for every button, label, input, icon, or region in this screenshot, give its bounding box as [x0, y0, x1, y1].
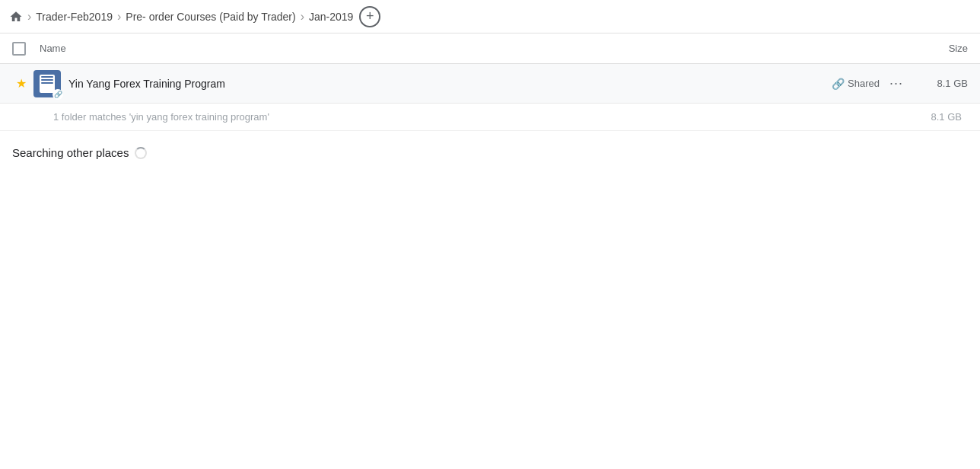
match-info-row: 1 folder matches 'yin yang forex trainin… [0, 104, 980, 131]
select-all-checkbox[interactable] [12, 42, 26, 56]
link-badge-icon: 🔗 [52, 89, 63, 100]
table-header: Name Size [0, 34, 980, 64]
header-name-col: Name [40, 43, 907, 54]
file-icon-inner [40, 75, 55, 93]
file-row[interactable]: ★ 🔗 Yin Yang Forex Training Program 🔗 Sh… [0, 64, 980, 104]
breadcrumb-item-1[interactable]: Trader-Feb2019 [36, 11, 113, 23]
header-checkbox-col [12, 42, 40, 56]
add-tab-button[interactable]: + [359, 6, 380, 27]
breadcrumb-sep-1: › [27, 10, 31, 24]
file-size: 8.1 GB [907, 78, 968, 89]
searching-text: Searching other places [12, 146, 129, 159]
star-icon[interactable]: ★ [12, 75, 30, 93]
breadcrumb-item-2[interactable]: Pre- order Courses (Paid by Trader) [126, 11, 295, 23]
more-options-button[interactable]: ··· [886, 73, 907, 94]
breadcrumb-bar: › Trader-Feb2019 › Pre- order Courses (P… [0, 0, 980, 34]
shared-badge: 🔗 Shared [832, 78, 880, 90]
match-text: 1 folder matches 'yin yang forex trainin… [53, 111, 269, 123]
file-icon: 🔗 [33, 70, 61, 97]
breadcrumb-home[interactable] [9, 10, 23, 24]
loading-spinner [135, 147, 147, 159]
row-actions: 🔗 Shared ··· [832, 73, 907, 94]
searching-section: Searching other places [0, 131, 980, 167]
breadcrumb-sep-2: › [117, 10, 121, 24]
home-icon [9, 10, 23, 24]
file-name[interactable]: Yin Yang Forex Training Program [68, 78, 832, 90]
shared-link-icon: 🔗 [832, 78, 845, 90]
match-size: 8.1 GB [931, 111, 968, 123]
breadcrumb-sep-3: › [301, 10, 304, 24]
breadcrumb-item-3[interactable]: Jan-2019 [309, 11, 353, 23]
header-size-col: Size [907, 43, 968, 54]
